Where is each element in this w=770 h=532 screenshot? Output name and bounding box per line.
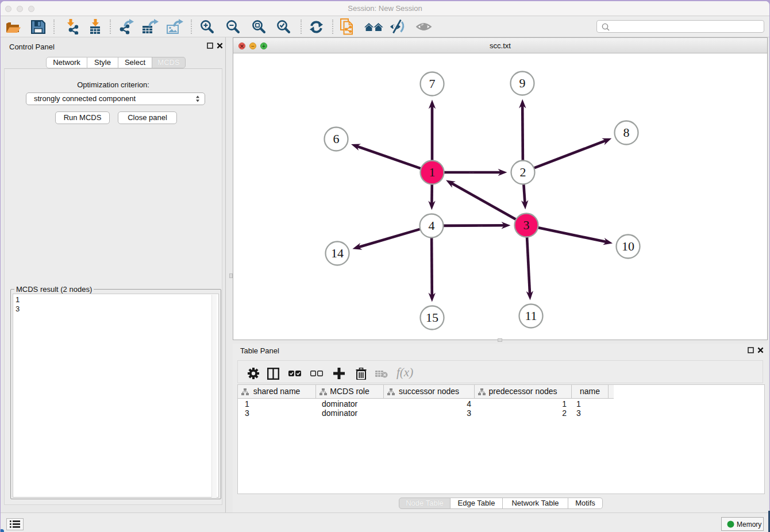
svg-text:— —: — — xyxy=(469,171,474,174)
svg-text:9: 9 xyxy=(519,76,526,90)
svg-text:1: 1 xyxy=(429,165,436,179)
svg-text:4: 4 xyxy=(429,218,435,233)
svg-text:— —: — — xyxy=(478,224,483,227)
svg-text:6: 6 xyxy=(333,132,340,146)
svg-text:14: 14 xyxy=(331,246,344,260)
svg-text:15: 15 xyxy=(426,310,438,325)
svg-text:2: 2 xyxy=(520,165,526,179)
svg-text:10: 10 xyxy=(622,239,634,253)
svg-text:8: 8 xyxy=(623,125,630,140)
svg-text:3: 3 xyxy=(523,218,530,232)
svg-text:11: 11 xyxy=(525,309,537,323)
svg-text:7: 7 xyxy=(429,76,436,91)
